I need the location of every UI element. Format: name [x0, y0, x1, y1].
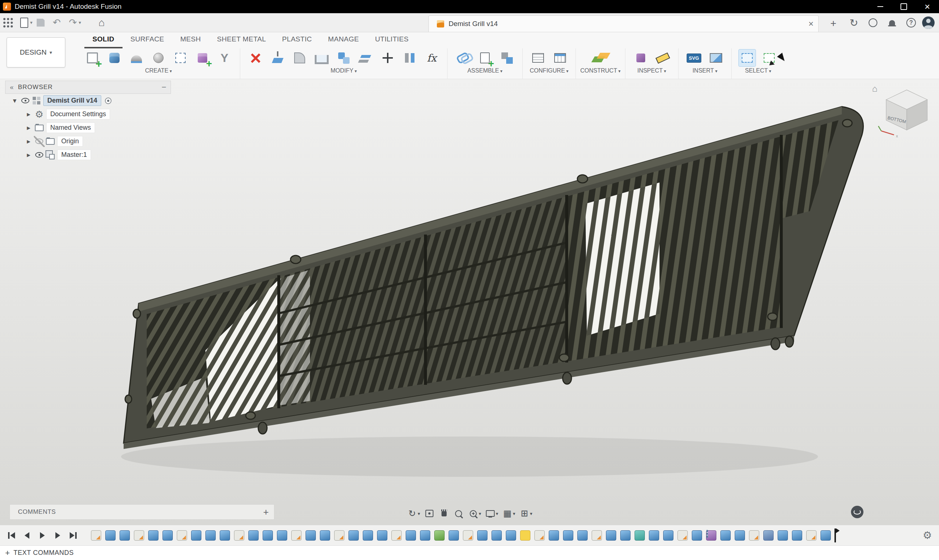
undo-button[interactable]: ↶ [49, 15, 65, 31]
notifications-bell-icon[interactable] [884, 15, 900, 31]
visibility-eye-icon[interactable] [34, 149, 45, 160]
timeline-feature[interactable] [606, 530, 616, 541]
nav-tool-icon[interactable] [519, 508, 530, 519]
timeline-feature[interactable] [277, 530, 287, 541]
ribbon-tab[interactable]: SHEET METAL [209, 35, 274, 48]
nav-tool-chevron-icon[interactable] [513, 510, 515, 517]
timeline-feature[interactable] [735, 530, 745, 541]
timeline-feature[interactable] [506, 530, 516, 541]
workspace-selector[interactable]: DESIGN ▾ [6, 37, 65, 68]
tool-icon[interactable] [760, 49, 778, 67]
tool-icon[interactable] [654, 49, 672, 67]
user-avatar[interactable] [922, 17, 934, 29]
timeline-feature[interactable] [463, 530, 473, 541]
help-icon[interactable] [903, 15, 919, 31]
skip-to-start-button[interactable] [4, 528, 19, 543]
tool-icon[interactable] [707, 49, 725, 67]
step-forward-button[interactable] [50, 528, 65, 543]
timeline-feature[interactable] [492, 530, 502, 541]
visibility-eye-icon[interactable] [34, 136, 45, 147]
nav-tool[interactable] [484, 507, 499, 520]
browser-item[interactable]: Demist Grill v14 [5, 94, 171, 108]
nav-tool[interactable] [467, 507, 482, 520]
timeline-playhead[interactable] [834, 528, 836, 542]
tool-icon[interactable] [216, 49, 233, 67]
timeline-feature[interactable] [105, 530, 116, 541]
nav-tool-chevron-icon[interactable] [496, 510, 498, 517]
ribbon-tab[interactable]: MANAGE [320, 35, 367, 48]
timeline-feature[interactable] [563, 530, 573, 541]
tree-caret-icon[interactable] [9, 96, 20, 105]
timeline-feature[interactable] [520, 530, 530, 541]
timeline-feature[interactable] [449, 530, 459, 541]
group-label-create[interactable]: CREATE [145, 68, 172, 74]
nav-tool-chevron-icon[interactable] [479, 510, 481, 517]
browser-item-label[interactable]: Named Views [46, 122, 95, 133]
view-cube[interactable]: BOTTOM x [877, 79, 936, 138]
tool-icon[interactable] [454, 49, 472, 67]
tree-caret-icon[interactable] [23, 110, 34, 118]
file-menu-button[interactable] [16, 15, 32, 31]
nav-tool-icon[interactable] [468, 508, 479, 519]
extension-manager-icon[interactable] [865, 15, 881, 31]
timeline-feature[interactable] [763, 530, 774, 541]
nav-tool[interactable] [406, 507, 421, 520]
tree-caret-icon[interactable] [23, 123, 34, 132]
timeline-feature[interactable] [348, 530, 359, 541]
browser-item[interactable]: Origin [5, 134, 171, 148]
nav-tool[interactable] [518, 507, 533, 520]
tree-caret-icon[interactable] [23, 137, 34, 146]
group-label-modify[interactable]: MODIFY [330, 68, 357, 74]
nav-tool-icon[interactable] [485, 508, 496, 519]
activate-component-radio[interactable] [105, 97, 111, 104]
document-tab[interactable]: Demist Grill v14 × [429, 15, 819, 32]
browser-item[interactable]: Named Views [5, 121, 171, 134]
timeline-feature[interactable] [778, 530, 788, 541]
redo-button[interactable]: ↷ [65, 15, 81, 31]
tool-icon[interactable] [313, 49, 330, 67]
browser-item[interactable]: Document Settings [5, 108, 171, 121]
nav-tool-icon[interactable] [424, 508, 435, 519]
browser-minimize-icon[interactable]: − [157, 83, 171, 92]
tool-icon[interactable] [529, 49, 547, 67]
ribbon-tab[interactable]: SURFACE [122, 35, 173, 48]
close-tab-button[interactable]: × [804, 19, 818, 29]
group-label-inspect[interactable]: INSPECT [637, 68, 666, 74]
add-comment-button[interactable]: + [258, 506, 274, 518]
timeline-feature[interactable] [392, 530, 402, 541]
timeline-feature[interactable] [706, 530, 716, 541]
tool-icon[interactable] [269, 49, 287, 67]
timeline-feature[interactable] [220, 530, 230, 541]
nav-tool[interactable] [452, 507, 465, 520]
viewport-canvas[interactable]: « BROWSER − Demist Grill v14 Docume [0, 79, 939, 525]
nav-tool-chevron-icon[interactable] [530, 510, 533, 517]
nav-tool-icon[interactable] [453, 508, 464, 519]
close-window-button[interactable]: × [916, 0, 939, 13]
home-icon[interactable]: ⌂ [94, 15, 109, 31]
nav-tool-chevron-icon[interactable] [418, 510, 420, 517]
viewcube-home-icon[interactable]: ⌂ [872, 83, 878, 94]
tool-icon[interactable] [476, 49, 494, 67]
tool-icon[interactable] [247, 49, 264, 67]
timeline-feature[interactable] [120, 530, 130, 541]
timeline-feature[interactable] [635, 530, 645, 541]
tool-icon[interactable] [685, 49, 703, 67]
maximize-button[interactable] [892, 0, 916, 13]
group-label-insert[interactable]: INSERT [692, 68, 717, 74]
tool-icon[interactable] [592, 49, 609, 67]
ribbon-tab[interactable]: SOLID [84, 35, 122, 48]
timeline-feature[interactable] [177, 530, 187, 541]
browser-item-label[interactable]: Master:1 [57, 149, 91, 160]
timeline-feature[interactable] [134, 530, 144, 541]
timeline-feature[interactable] [649, 530, 659, 541]
timeline-feature[interactable] [91, 530, 101, 541]
timeline-feature[interactable] [663, 530, 674, 541]
ribbon-tab[interactable]: MESH [172, 35, 209, 48]
minimize-button[interactable] [868, 0, 892, 13]
timeline-feature[interactable] [205, 530, 216, 541]
timeline-feature[interactable] [234, 530, 244, 541]
nav-tool[interactable] [423, 507, 435, 520]
timeline-feature[interactable] [191, 530, 201, 541]
browser-collapse-icon[interactable]: « [6, 83, 18, 91]
timeline-feature[interactable] [334, 530, 344, 541]
